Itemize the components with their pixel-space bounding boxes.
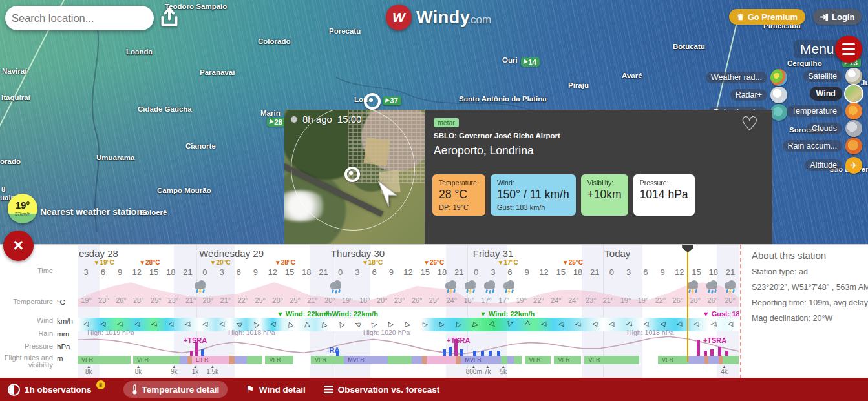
wind-barb-icon: ▷ xyxy=(671,321,688,329)
current-time-marker[interactable] xyxy=(682,245,693,252)
layer-button-rain-accum-[interactable]: Rain accum... xyxy=(783,138,862,154)
layer-button-temperature[interactable]: Temperature xyxy=(783,103,862,119)
rain-bar xyxy=(481,351,484,356)
visibility-marker: ▲1.5k xyxy=(205,364,220,375)
temperature-value: 20° xyxy=(721,296,739,304)
hour-tick: 15 xyxy=(145,267,162,277)
list-icon xyxy=(324,386,333,393)
flight-rules-segment-vfr: VFR xyxy=(133,356,180,364)
temperature-value: 28° xyxy=(686,296,704,304)
layer-label: Radar+ xyxy=(730,89,767,101)
card-label: Temperature: xyxy=(439,179,479,187)
meteogram-timeline[interactable]: esday 28Wednesday 29Thursday 30Friday 31… xyxy=(78,245,739,378)
layer-button-weather-rad-[interactable]: Weather rad... xyxy=(706,70,787,85)
wind-report-badge[interactable]: ▶14 xyxy=(521,57,540,67)
map-city-label: Campo Mourão xyxy=(157,187,211,194)
temperature-value: 17° xyxy=(495,296,513,304)
temperature-value: 28° xyxy=(130,296,147,304)
station-location-marker xyxy=(344,167,360,182)
layer-button-radar-[interactable]: Radar+ xyxy=(706,87,787,103)
hour-tick: 0 xyxy=(196,267,213,277)
layer-button-wind[interactable]: Wind xyxy=(783,86,862,101)
visibility-marker: ▲800m xyxy=(466,364,482,375)
layer-button-clouds[interactable]: Clouds xyxy=(783,121,862,136)
flight-rules-segment xyxy=(388,356,397,364)
card-sub-value xyxy=(587,203,622,211)
rain-icon xyxy=(482,280,498,298)
wind-barb-icon: ▷ xyxy=(317,315,330,333)
bubble-wind-speed: 37km/h xyxy=(8,211,37,217)
temperature-detail-tab[interactable]: Temperature detail xyxy=(123,381,228,398)
rain-bar xyxy=(201,349,204,356)
temperature-value: 24° xyxy=(443,296,460,304)
flight-rules-segment xyxy=(180,356,187,364)
hour-tick: 12 xyxy=(129,267,145,277)
windy-logo-suffix: .com xyxy=(467,14,491,26)
map-city-label: Porecatu xyxy=(329,27,361,35)
flight-rules-segment xyxy=(514,356,522,364)
go-premium-button[interactable]: ♛ Go Premium xyxy=(729,9,805,25)
layer-button-satellite[interactable]: Satellite xyxy=(783,68,862,84)
flight-rules-label: VFR xyxy=(558,356,569,363)
flight-rules-segment xyxy=(422,356,427,364)
flight-rules-segment-mvfr: MVFR xyxy=(461,356,500,364)
flight-rules-segment xyxy=(501,356,507,364)
login-button[interactable]: Login xyxy=(813,9,862,25)
day-header-label: esday 28 xyxy=(79,248,118,259)
favorite-heart-icon[interactable]: ♡ xyxy=(741,112,758,135)
layer-label: Wind xyxy=(810,87,842,101)
card-sub-value xyxy=(640,203,688,211)
observations-label: 1h observations xyxy=(25,385,92,395)
wind-barb-icon: ▷ xyxy=(129,321,145,328)
row-unit: km/h xyxy=(57,317,73,325)
windy-logo-icon: W xyxy=(386,5,412,30)
observation-vs-forecast-tab[interactable]: Observation vs. forecast xyxy=(324,385,440,395)
hour-tick: 6 xyxy=(230,267,247,277)
windy-app: 1014 Teodoro SampaioPorecatuColoradoLoan… xyxy=(0,0,868,401)
upload-icon[interactable] xyxy=(159,6,180,28)
temperature-values-row: 19°23°26°28°25°23°21°20°21°22°25°28°25°2… xyxy=(78,296,739,304)
wind-report-badge[interactable]: ▶37 xyxy=(383,96,401,105)
wind-barb-icon: ▷ xyxy=(586,320,604,329)
menu-button[interactable]: Menu xyxy=(794,40,841,58)
flight-rules-segment xyxy=(723,356,739,364)
windy-logo[interactable]: W Windy .com xyxy=(386,5,491,30)
hamburger-menu-button[interactable] xyxy=(835,36,862,63)
selected-station-marker[interactable] xyxy=(364,93,381,110)
hour-tick: 6 xyxy=(502,267,518,277)
hour-tick: 15 xyxy=(417,267,434,277)
card-label: Visibility: xyxy=(587,179,622,187)
wind-barb-icon: ▷ xyxy=(637,321,654,328)
station-temp-bubble[interactable]: 19° 37km/h xyxy=(8,194,37,223)
station-name: Aeroporto, Londrina xyxy=(434,144,763,158)
flight-rules-segment-vfr: VFR xyxy=(658,356,688,364)
flight-rules-segment-vfr: VFR xyxy=(554,356,581,364)
card-label: Pressure: xyxy=(640,179,688,187)
wind-detail-tab[interactable]: ⚑ Wind detail xyxy=(246,384,305,395)
flight-rules-segment xyxy=(247,356,263,364)
card-value: 150° / 11 km/h xyxy=(497,188,569,201)
temperature-value: 20° xyxy=(374,296,391,304)
search-input[interactable] xyxy=(10,12,155,25)
row-label: Rain xyxy=(3,330,53,337)
observations-toggle[interactable]: 1h observations ♛ xyxy=(8,384,105,396)
temperature-value: 21° xyxy=(304,296,321,304)
temperature-value: 21° xyxy=(182,296,200,304)
wind-barb-icon: ▷ xyxy=(552,321,569,329)
map-city-label: Colorado xyxy=(258,37,290,45)
hour-tick: 0 xyxy=(467,267,484,277)
card-unit: °C xyxy=(454,188,467,201)
wind-barb-icon: ▷ xyxy=(365,320,383,329)
hour-tick: 21 xyxy=(315,267,332,277)
observation-vs-forecast-label: Observation vs. forecast xyxy=(338,385,440,395)
station-satellite-thumbnail[interactable]: 8h ago 15:00 xyxy=(284,110,425,244)
wind-report-badge[interactable]: ▶28 xyxy=(267,118,286,127)
layer-button-altitude[interactable]: Altitude✈ xyxy=(783,158,862,173)
flight-rules-segment xyxy=(412,356,422,364)
map-city-label: Cianorte xyxy=(185,142,216,150)
layer-label: Rain accum... xyxy=(783,140,842,152)
search-box[interactable] xyxy=(5,6,154,30)
temperature-value: 19° xyxy=(635,296,652,304)
flight-rules-segment-vfr: VFR xyxy=(78,356,131,364)
close-panel-button[interactable]: × xyxy=(3,231,34,261)
